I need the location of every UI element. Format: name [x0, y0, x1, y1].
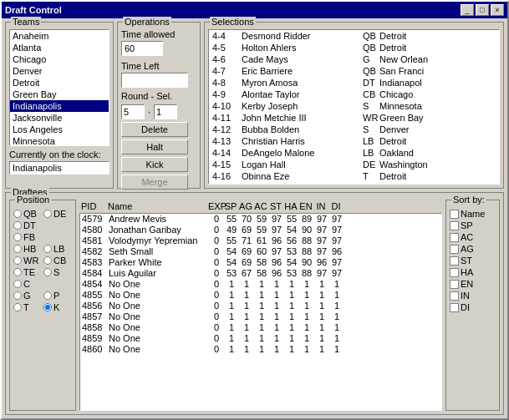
sort-item-in[interactable]: IN	[450, 291, 496, 301]
time-allowed-input[interactable]	[121, 41, 163, 56]
position-label: Position	[15, 195, 51, 205]
teams-list[interactable]: AnaheimAtlantaChicagoDenverDetroitGreen …	[9, 29, 109, 146]
time-left-input[interactable]	[121, 73, 188, 88]
sort-item-en[interactable]: EN	[450, 279, 496, 289]
selection-row[interactable]: 4-10Kerby JosephSMinnesota	[209, 100, 499, 112]
sort-checkbox-st[interactable]	[450, 256, 459, 266]
position-radio-wr[interactable]: WR	[13, 256, 42, 266]
teams-group: Teams AnaheimAtlantaChicagoDenverDetroit…	[5, 22, 114, 189]
selection-row[interactable]: 4-5Holton AhlersQBDetroit	[209, 42, 499, 53]
draftee-row[interactable]: 4860 No One 0 1 1 1 1 1 1 1 1	[80, 344, 441, 355]
sort-item-ac[interactable]: AC	[450, 232, 496, 242]
selection-row[interactable]: 4-7Eric BarriereQBSan Franci	[209, 65, 499, 77]
position-radio-dt[interactable]: DT	[13, 220, 42, 230]
draftee-row[interactable]: 4857 No One 0 1 1 1 1 1 1 1 1	[80, 311, 441, 322]
sort-items: NameSPACAGSTHAENINDI	[450, 209, 496, 312]
team-item[interactable]: Jacksonville	[10, 112, 109, 124]
position-radio-te[interactable]: TE	[13, 267, 42, 277]
draftee-row[interactable]: 4855 No One 0 1 1 1 1 1 1 1 1	[80, 290, 441, 301]
team-item[interactable]: Los Angeles	[10, 124, 109, 135]
sort-checkbox-ha[interactable]	[450, 268, 459, 277]
main-window: Draft Control _ □ × Teams AnaheimAtlanta…	[0, 0, 509, 420]
selection-row[interactable]: 4-16Obinna EzeTDetroit	[209, 170, 499, 182]
position-radio-de[interactable]: DE	[43, 209, 72, 219]
position-radio-qb[interactable]: QB	[13, 209, 42, 219]
position-radio-s[interactable]: S	[43, 267, 72, 277]
draftee-row[interactable]: 4859 No One 0 1 1 1 1 1 1 1 1	[80, 333, 441, 344]
sort-label-ag: AG	[461, 244, 474, 254]
merge-button[interactable]: Merge	[121, 175, 188, 190]
sort-checkbox-name[interactable]	[450, 210, 459, 219]
position-radio-g[interactable]: G	[13, 291, 42, 301]
selection-row[interactable]: 4-8Myron AmosaDTIndianapol	[209, 77, 499, 89]
draftee-row[interactable]: 4581 Volodymyr Yepremian 0 55 71 61 96 5…	[80, 235, 441, 246]
position-radio-c[interactable]: C	[13, 279, 42, 289]
col-exp: EXP	[208, 200, 223, 213]
sort-by-label: Sort by:	[451, 195, 486, 205]
draftees-list[interactable]: 4579 Andrew Mevis 0 55 70 59 97 55 89 97…	[79, 213, 442, 411]
team-item[interactable]: Detroit	[10, 77, 109, 89]
selection-row[interactable]: 4-14DeAngelo MaloneLBOakland	[209, 147, 499, 159]
position-radio-cb[interactable]: CB	[43, 256, 72, 266]
delete-button[interactable]: Delete	[121, 122, 188, 137]
minimize-button[interactable]: _	[461, 4, 474, 16]
col-pid: PID	[81, 200, 108, 213]
selection-row[interactable]: 4-11John Metchie IIIWRGreen Bay	[209, 112, 499, 124]
draftee-row[interactable]: 4580 Jonathan Garibay 0 49 69 59 97 54 9…	[80, 225, 441, 235]
selection-row[interactable]: 4-6Cade MaysGNew Orlean	[209, 53, 499, 65]
team-item[interactable]: Minnesota	[10, 135, 109, 146]
sort-checkbox-sp[interactable]	[450, 221, 459, 230]
sort-item-di[interactable]: DI	[450, 302, 496, 312]
selections-list[interactable]: 4-4Desmond RidderQBDetroit4-5Holton Ahle…	[208, 29, 500, 185]
position-grid: QBDEDTFBHBLBWRCBTESCGPTK	[13, 209, 72, 312]
draftees-table-area: PID Name EXP SP AG AC ST HA EN IN DI 457…	[79, 200, 442, 411]
sort-item-st[interactable]: ST	[450, 256, 496, 266]
round-input[interactable]	[121, 104, 145, 119]
draftee-row[interactable]: 4854 No One 0 1 1 1 1 1 1 1 1	[80, 279, 441, 290]
sort-checkbox-in[interactable]	[450, 291, 459, 301]
sel-input[interactable]	[154, 104, 177, 119]
team-item[interactable]: Denver	[10, 65, 109, 77]
selection-row[interactable]: 4-15Logan HallDEWashington	[209, 159, 499, 170]
position-radio-t[interactable]: T	[13, 302, 42, 312]
team-item[interactable]: Atlanta	[10, 42, 109, 53]
position-radio-p[interactable]: P	[43, 291, 72, 301]
sort-checkbox-ag[interactable]	[450, 245, 459, 254]
team-item[interactable]: Green Bay	[10, 89, 109, 100]
position-radio-k[interactable]: K	[43, 302, 72, 312]
sort-item-ha[interactable]: HA	[450, 267, 496, 277]
sort-checkbox-en[interactable]	[450, 280, 459, 289]
selection-row[interactable]: 4-4Desmond RidderQBDetroit	[209, 30, 499, 42]
window-title: Draft Control	[5, 5, 62, 15]
sort-item-ag[interactable]: AG	[450, 244, 496, 254]
draftee-row[interactable]: 4584 Luis Aguilar 0 53 67 58 96 53 88 97…	[80, 268, 441, 279]
halt-button[interactable]: Halt	[121, 139, 188, 154]
sort-checkbox-ac[interactable]	[450, 233, 459, 242]
team-item[interactable]: Indianapolis	[10, 100, 109, 112]
position-radio-hb[interactable]: HB	[13, 244, 42, 254]
sort-item-sp[interactable]: SP	[450, 220, 496, 230]
draftee-row[interactable]: 4582 Seth Small 0 54 69 60 97 53 88 97 9…	[80, 246, 441, 257]
team-item[interactable]: Anaheim	[10, 30, 109, 42]
selection-row[interactable]: 4-9Alontae TaylorCBChicago	[209, 89, 499, 100]
draftee-row[interactable]: 4579 Andrew Mevis 0 55 70 59 97 55 89 97…	[80, 214, 441, 225]
maximize-button[interactable]: □	[476, 4, 489, 16]
kick-button[interactable]: Kick	[121, 157, 188, 172]
draftee-row[interactable]: 4856 No One 0 1 1 1 1 1 1 1 1	[80, 301, 441, 311]
clock-label: Currently on the clock:	[9, 149, 109, 159]
position-radio-lb[interactable]: LB	[43, 244, 72, 254]
operations-group: Operations Time allowed Time Left Round …	[117, 22, 201, 189]
selection-row[interactable]: 4-17Josh RossLBDetroit	[209, 182, 499, 185]
sort-label-st: ST	[461, 256, 472, 266]
draftee-row[interactable]: 4858 No One 0 1 1 1 1 1 1 1 1	[80, 322, 441, 333]
draftee-row[interactable]: 4583 Parker White 0 54 69 58 96 54 90 96…	[80, 257, 441, 268]
draftees-group: Draftees Position QBDEDTFBHBLBWRCBTESCGP…	[5, 192, 504, 415]
team-item[interactable]: Chicago	[10, 53, 109, 65]
close-button[interactable]: ×	[491, 4, 504, 16]
position-radio-fb[interactable]: FB	[13, 232, 42, 242]
sort-checkbox-di[interactable]	[450, 303, 459, 312]
draftees-header: PID Name EXP SP AG AC ST HA EN IN DI	[79, 200, 442, 213]
selection-row[interactable]: 4-12Bubba BoldenSDenver	[209, 124, 499, 135]
selection-row[interactable]: 4-13Christian HarrisLBDetroit	[209, 135, 499, 147]
sort-item-name[interactable]: Name	[450, 209, 496, 219]
